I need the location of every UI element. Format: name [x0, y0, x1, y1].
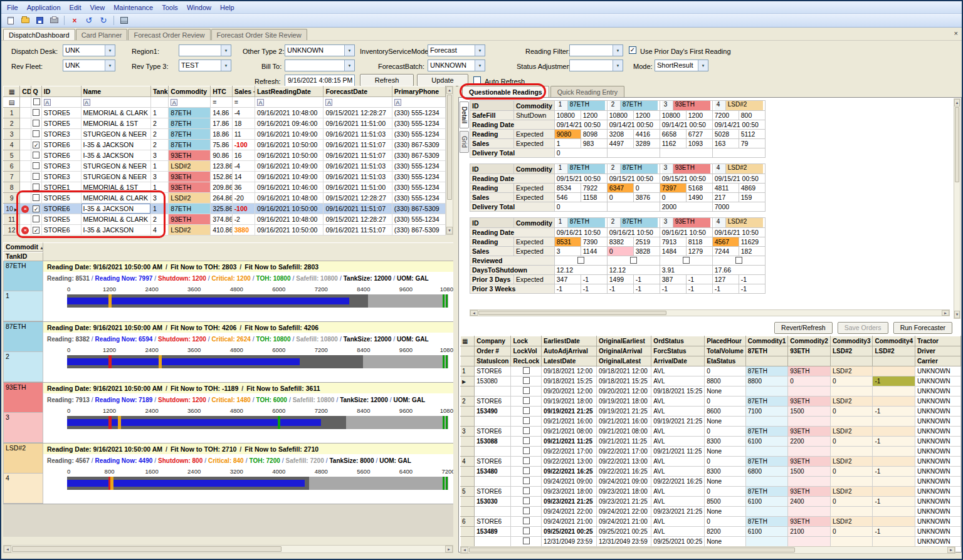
- filter-checkbox[interactable]: [33, 98, 40, 105]
- q-checkbox[interactable]: [33, 215, 39, 222]
- reviewed-cell[interactable]: [607, 256, 660, 266]
- close-icon[interactable]: ×: [954, 30, 958, 37]
- q-checkbox[interactable]: [33, 120, 39, 127]
- lock-checkbox[interactable]: [523, 417, 530, 424]
- site-row-5[interactable]: 5STORE6I-35 & JACKSON393ETH90.861609/16/…: [4, 150, 446, 161]
- q-checkbox[interactable]: [33, 152, 39, 158]
- q-checkbox[interactable]: ✓: [33, 205, 39, 212]
- reviewed-checkbox[interactable]: [735, 257, 742, 264]
- lock-cell[interactable]: [511, 517, 542, 527]
- menu-item-file[interactable]: File: [3, 2, 23, 13]
- lock-checkbox[interactable]: [523, 537, 530, 544]
- orders-col-header-87eth[interactable]: 87ETH: [745, 346, 788, 356]
- orders-col-header-lockvol[interactable]: LockVol: [511, 346, 542, 356]
- site-row-2[interactable]: 2STORE5MEMORIAL & 1ST287ETH17.861809/16/…: [4, 118, 446, 129]
- toolbar-undo-icon[interactable]: ↺: [83, 15, 95, 26]
- scroll-thumb[interactable]: [478, 311, 666, 315]
- lock-checkbox[interactable]: [523, 467, 530, 474]
- q-checkbox-cell[interactable]: ✓: [31, 140, 41, 150]
- filter-cell[interactable]: [150, 97, 168, 108]
- orders-col-header-originalarrival[interactable]: OriginalArrival: [596, 346, 651, 356]
- orders-hscrollbar[interactable]: ◄►: [460, 546, 955, 554]
- scroll-left-arrow[interactable]: ◄: [461, 547, 468, 553]
- filter-cell[interactable]: =: [211, 97, 232, 108]
- order-153490-row1[interactable]: 2STORE609/19/2021 18:0009/19/2021 18:00A…: [461, 397, 961, 407]
- orders-col-header-tractor[interactable]: Tractor: [915, 336, 961, 346]
- scroll-down-arrow[interactable]: ▼: [954, 311, 960, 318]
- left-hscrollbar[interactable]: ◄►: [3, 545, 453, 553]
- orders-col-header-forcstatus[interactable]: ForcStatus: [651, 346, 705, 356]
- lock-checkbox[interactable]: [523, 437, 530, 444]
- toolbar-redo-icon[interactable]: ↻: [97, 15, 110, 26]
- orders-col-header-ordstatus[interactable]: OrdStatus: [651, 336, 705, 346]
- orders-col-header-driver[interactable]: Driver: [915, 346, 961, 356]
- reviewed-checkbox[interactable]: [630, 257, 637, 264]
- menu-item-maintenance[interactable]: Maintenance: [109, 2, 157, 13]
- order-153480-row1[interactable]: 4STORE609/22/2021 13:0009/22/2021 13:00A…: [461, 457, 961, 467]
- filter-select-mode[interactable]: ShortResult▼: [655, 60, 708, 71]
- lock-cell[interactable]: [511, 497, 542, 507]
- order-153489-row2[interactable]: 15348909/25/2021 00:2509/25/2021 00:25AV…: [461, 527, 961, 537]
- lock-cell[interactable]: [511, 527, 542, 537]
- col-header-htc[interactable]: HTC: [211, 86, 232, 97]
- q-checkbox[interactable]: ✓: [33, 227, 39, 234]
- col-header-tank[interactable]: Tank: [150, 86, 168, 97]
- q-checkbox-cell[interactable]: ✓: [31, 204, 41, 214]
- filter-select-rev-fleet[interactable]: UNK▼: [63, 60, 115, 71]
- lock-checkbox[interactable]: [523, 507, 530, 514]
- lock-checkbox[interactable]: [523, 387, 530, 394]
- site-grid-vscrollbar[interactable]: ▲▼: [446, 86, 453, 235]
- tab-card-planner[interactable]: Card Planner: [76, 29, 128, 40]
- col-header-primaryphone[interactable]: PrimaryPhone: [392, 86, 445, 97]
- orders-col-header-company[interactable]: Company: [475, 336, 511, 346]
- orders-col-header-commodity4[interactable]: Commodity4: [873, 336, 915, 346]
- lock-checkbox[interactable]: [523, 527, 530, 534]
- tank-id-cell[interactable]: 4: [3, 474, 43, 504]
- lock-cell[interactable]: [511, 457, 542, 467]
- order-153480-row2[interactable]: 15348009/22/2021 16:2509/22/2021 16:25AV…: [461, 467, 961, 477]
- filter-cell[interactable]: A: [324, 97, 392, 108]
- orders-col-header-statusicon[interactable]: StatusIcon: [475, 356, 511, 366]
- menu-item-application[interactable]: Application: [23, 2, 65, 13]
- order-153490-row3[interactable]: 09/21/2021 16:0009/21/2021 16:0009/19/20…: [461, 417, 961, 427]
- q-checkbox-cell[interactable]: [31, 129, 41, 140]
- q-checkbox-cell[interactable]: [31, 118, 41, 129]
- tab-dispatchdashboard[interactable]: DispatchDashboard: [3, 29, 75, 40]
- filter-cell[interactable]: =: [232, 97, 255, 108]
- q-checkbox[interactable]: [33, 184, 39, 190]
- q-checkbox-cell[interactable]: [31, 108, 41, 118]
- scroll-up-arrow[interactable]: ▲: [446, 86, 453, 94]
- q-checkbox-cell[interactable]: [31, 193, 41, 204]
- reviewed-cell[interactable]: [660, 256, 712, 266]
- autofilter-icon[interactable]: A: [325, 99, 332, 106]
- orders-col-header-order[interactable]: Order #: [475, 346, 511, 356]
- tank-id-cell[interactable]: 3: [3, 413, 43, 443]
- scroll-left-arrow[interactable]: ◄: [470, 310, 478, 316]
- menu-item-tools[interactable]: Tools: [157, 2, 182, 13]
- menu-item-window[interactable]: Window: [182, 2, 216, 13]
- filter-select-forecastbatch[interactable]: UNKNOWN▼: [428, 60, 485, 71]
- q-checkbox-cell[interactable]: [31, 172, 41, 182]
- q-checkbox[interactable]: [33, 162, 39, 169]
- lock-cell[interactable]: [511, 437, 542, 447]
- lock-cell[interactable]: [511, 477, 542, 487]
- toolbar-new-doc-icon[interactable]: [4, 15, 17, 26]
- readings-vscrollbar[interactable]: ▲▼: [954, 98, 960, 319]
- order-153480-row3[interactable]: 09/24/2021 09:0009/24/2021 09:0009/22/20…: [461, 477, 961, 487]
- lock-checkbox[interactable]: [523, 517, 530, 524]
- scroll-right-arrow[interactable]: ►: [942, 310, 949, 316]
- order-153080-row1[interactable]: 1STORE609/18/2021 12:0009/18/2021 12:00A…: [461, 366, 961, 376]
- filter-select-bill-to[interactable]: ▼: [285, 60, 355, 71]
- autofilter-icon[interactable]: A: [171, 99, 177, 106]
- col-header-lastreadingdate[interactable]: LastReadingDate: [255, 86, 324, 97]
- filter-cell[interactable]: A: [169, 97, 211, 108]
- q-checkbox[interactable]: [33, 130, 39, 137]
- site-row-11[interactable]: 11STORE5MEMORIAL & CLARK293ETH374.86-209…: [4, 214, 446, 225]
- order-153080-row3[interactable]: 09/20/2021 12:0009/20/2021 12:0009/18/20…: [461, 386, 961, 397]
- lock-checkbox[interactable]: [523, 477, 530, 484]
- reviewed-checkbox[interactable]: [683, 257, 690, 264]
- orders-col-header-commodity2[interactable]: Commodity2: [788, 336, 831, 346]
- lock-cell[interactable]: [511, 397, 542, 407]
- q-checkbox[interactable]: [33, 194, 39, 201]
- menu-item-edit[interactable]: Edit: [65, 2, 86, 13]
